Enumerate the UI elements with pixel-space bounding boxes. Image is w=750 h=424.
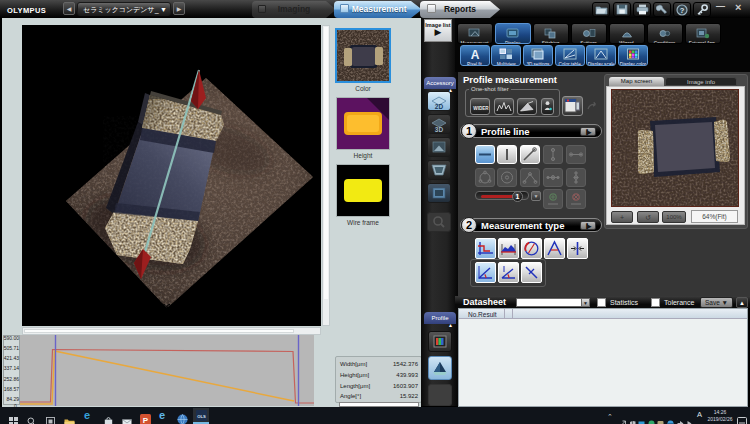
svg-text:2D: 2D — [435, 103, 444, 110]
svg-text:A: A — [470, 48, 479, 60]
svg-text:P: P — [143, 416, 149, 424]
svg-text:OLS: OLS — [197, 413, 206, 418]
svg-text:WIDER: WIDER — [473, 106, 489, 111]
svg-text:?: ? — [680, 5, 685, 14]
svg-text:3D: 3D — [435, 126, 444, 133]
